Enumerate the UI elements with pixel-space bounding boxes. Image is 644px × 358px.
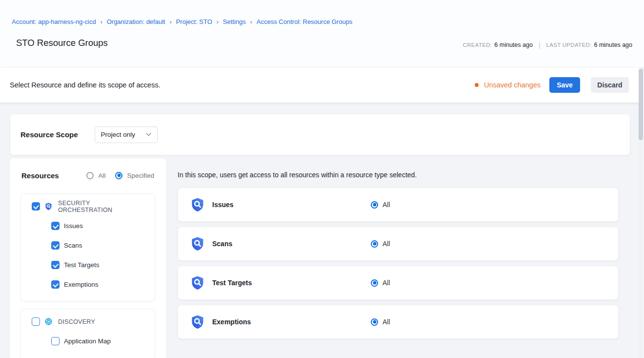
radio-all-access-label: All <box>382 240 390 248</box>
tree-item-label: Test Targets <box>64 261 100 269</box>
discard-button[interactable]: Discard <box>591 77 629 93</box>
toolbar-description: Select Resource and define its scope of … <box>10 81 161 89</box>
breadcrumb-access-control[interactable]: Access Control: Resource Groups <box>257 18 353 25</box>
resource-group-discovery: DISCOVERY Application Map <box>20 309 155 358</box>
breadcrumb-organization[interactable]: Organization: default <box>107 18 165 25</box>
radio-all-access-label: All <box>382 279 390 287</box>
chevron-down-icon <box>146 133 151 136</box>
resources-panel: Resources All Specified SECURITY OR <box>10 158 166 358</box>
radio-all-icon[interactable] <box>86 172 94 179</box>
breadcrumb-project[interactable]: Project: STO <box>176 18 212 25</box>
save-button[interactable]: Save <box>549 77 580 93</box>
tree-item-label: Scans <box>64 242 82 249</box>
resource-card-test-targets: Test Targets All <box>178 266 619 300</box>
last-updated-value: 6 minutes ago <box>594 42 632 48</box>
checkbox-security-orchestration[interactable] <box>32 202 40 211</box>
shield-search-icon <box>190 314 205 330</box>
shield-search-icon <box>190 236 205 252</box>
tree-item-application-map: Application Map <box>51 337 146 345</box>
radio-option-specified[interactable]: Specified <box>115 172 154 179</box>
tree-group-header: DISCOVERY <box>32 317 146 326</box>
tree-item-test-targets: Test Targets <box>51 261 146 269</box>
resource-card-issues: Issues All <box>178 188 619 222</box>
resource-scope-dropdown[interactable]: Project only <box>95 126 158 143</box>
scope-intro-text: In this scope, users get access to all r… <box>178 171 619 179</box>
resource-card-scans: Scans All <box>178 227 619 261</box>
tree-item-scans: Scans <box>51 241 146 250</box>
breadcrumb-account[interactable]: Account: app-harness-ng-cicd <box>12 18 96 25</box>
radar-icon <box>44 317 53 326</box>
radio-all-access-icon[interactable] <box>371 201 378 209</box>
shield-search-icon <box>44 202 53 211</box>
radio-all-label: All <box>98 172 105 179</box>
chevron-right-icon: › <box>101 19 102 25</box>
breadcrumb-settings[interactable]: Settings <box>223 18 246 25</box>
created-value: 6 minutes ago <box>494 42 533 48</box>
radio-all-access-label: All <box>382 201 390 209</box>
group-label: DISCOVERY <box>58 318 95 325</box>
breadcrumb: Account: app-harness-ng-cicd › Organizat… <box>12 18 352 25</box>
resource-group-security-orchestration: SECURITY ORCHESTRATION Issues Scans Test… <box>20 193 155 301</box>
divider: | <box>539 41 541 49</box>
resource-card-title: Test Targets <box>212 279 371 287</box>
radio-specified-label: Specified <box>127 172 154 179</box>
resource-card-exemptions: Exemptions All <box>178 305 619 339</box>
last-updated-label: LAST UPDATED: <box>546 42 592 48</box>
resource-scope-label: Resource Scope <box>20 130 78 139</box>
resources-panel-title: Resources <box>21 171 59 180</box>
chevron-right-icon: › <box>250 19 252 25</box>
page-title: STO Resource Groups <box>16 38 108 48</box>
radio-all-access-icon[interactable] <box>371 279 378 287</box>
resource-scope-card: Resource Scope Project only <box>10 114 630 155</box>
resource-scope-selected-value: Project only <box>101 131 136 138</box>
checkbox-test-targets[interactable] <box>51 261 60 269</box>
checkbox-application-map[interactable] <box>51 337 60 345</box>
tree-group-header: SECURITY ORCHESTRATION <box>32 202 146 211</box>
created-label: CREATED: <box>463 42 492 48</box>
chevron-right-icon: › <box>217 19 219 25</box>
radio-all-access-icon[interactable] <box>371 318 378 326</box>
checkbox-exemptions[interactable] <box>51 280 60 289</box>
radio-all-access-icon[interactable] <box>371 240 378 248</box>
chevron-right-icon: › <box>170 19 172 25</box>
unsaved-changes-dot-icon <box>475 83 479 87</box>
resources-filter-radio-group: All Specified <box>86 172 154 179</box>
page-header: Account: app-harness-ng-cicd › Organizat… <box>0 0 644 67</box>
checkbox-issues[interactable] <box>51 222 60 230</box>
resource-card-title: Exemptions <box>212 318 371 326</box>
tree-item-label: Issues <box>64 222 83 230</box>
unsaved-changes-label: Unsaved changes <box>484 81 541 89</box>
checkbox-scans[interactable] <box>51 241 60 250</box>
scrollbar-track[interactable] <box>639 67 643 358</box>
action-toolbar: Select Resource and define its scope of … <box>0 67 642 103</box>
group-label: SECURITY ORCHESTRATION <box>58 200 146 213</box>
shield-search-icon <box>190 275 205 291</box>
radio-specified-icon[interactable] <box>115 172 122 179</box>
radio-all-access-label: All <box>382 318 390 326</box>
scope-detail-area: In this scope, users get access to all r… <box>178 158 619 339</box>
radio-option-all[interactable]: All <box>86 172 105 179</box>
scrollbar-thumb[interactable] <box>639 69 643 140</box>
tree-item-exemptions: Exemptions <box>51 280 146 289</box>
resource-card-title: Scans <box>212 240 371 248</box>
tree-item-label: Application Map <box>64 337 111 345</box>
shield-search-icon <box>190 197 205 212</box>
checkbox-discovery[interactable] <box>32 317 40 326</box>
resource-card-title: Issues <box>212 201 371 209</box>
tree-item-issues: Issues <box>51 222 146 230</box>
tree-item-label: Exemptions <box>64 281 99 288</box>
timestamps: CREATED: 6 minutes ago | LAST UPDATED: 6… <box>463 41 632 49</box>
